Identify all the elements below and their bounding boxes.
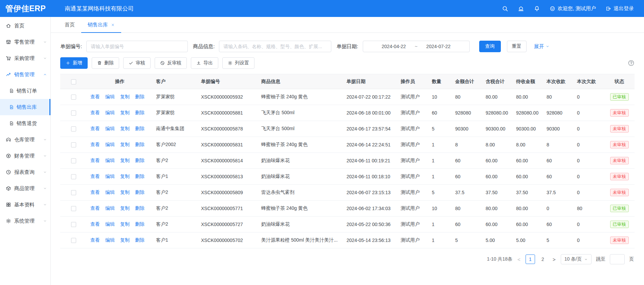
- row-action-edit[interactable]: 编辑: [105, 126, 115, 131]
- audit-button[interactable]: 审核: [123, 57, 151, 69]
- notification-icon[interactable]: [534, 5, 540, 12]
- row-action-copy[interactable]: 复制: [120, 94, 130, 99]
- row-action-edit[interactable]: 编辑: [105, 94, 115, 99]
- row-action-copy[interactable]: 复制: [120, 237, 130, 243]
- column-header[interactable]: 单据日期: [343, 74, 397, 89]
- row-action-view[interactable]: 查看: [90, 94, 100, 99]
- row-action-delete[interactable]: 删除: [135, 221, 145, 227]
- product-info-input[interactable]: [219, 41, 331, 52]
- column-header[interactable]: 含税合计: [482, 74, 513, 89]
- row-action-view[interactable]: 查看: [90, 205, 100, 211]
- select-all-checkbox[interactable]: [71, 79, 76, 84]
- row-action-copy[interactable]: 复制: [120, 174, 130, 179]
- column-header[interactable]: 数量: [428, 74, 452, 89]
- row-action-edit[interactable]: 编辑: [105, 221, 115, 227]
- sidebar-item-sales[interactable]: 销售管理: [0, 66, 50, 83]
- tab-sales-outbound[interactable]: 销售出库: [81, 17, 121, 33]
- row-checkbox[interactable]: [71, 222, 76, 227]
- sidebar-item-home[interactable]: 首页: [0, 18, 50, 34]
- row-checkbox[interactable]: [71, 126, 76, 131]
- row-action-view[interactable]: 查看: [90, 126, 100, 131]
- home-icon[interactable]: [518, 5, 524, 12]
- row-action-view[interactable]: 查看: [90, 142, 100, 147]
- column-header[interactable]: 操作员: [397, 74, 428, 89]
- search-button[interactable]: 查询: [479, 41, 501, 52]
- row-action-delete[interactable]: 删除: [135, 237, 145, 243]
- column-settings-button[interactable]: 列设置: [222, 57, 254, 69]
- reset-button[interactable]: 重置: [507, 41, 527, 52]
- date-range-picker[interactable]: 2024-04-22 ~ 2024-07-22: [363, 41, 470, 52]
- column-header[interactable]: 待收金额: [513, 74, 543, 89]
- row-checkbox[interactable]: [71, 206, 76, 211]
- row-action-view[interactable]: 查看: [90, 221, 100, 227]
- row-checkbox[interactable]: [71, 174, 76, 179]
- row-action-copy[interactable]: 复制: [120, 110, 130, 115]
- row-action-edit[interactable]: 编辑: [105, 189, 115, 195]
- row-action-edit[interactable]: 编辑: [105, 158, 115, 163]
- row-action-copy[interactable]: 复制: [120, 189, 130, 195]
- row-action-delete[interactable]: 删除: [135, 205, 145, 211]
- row-action-delete[interactable]: 删除: [135, 142, 145, 147]
- jump-page-input[interactable]: [610, 254, 625, 264]
- page-size-select[interactable]: 10 条/页: [561, 254, 592, 264]
- row-checkbox[interactable]: [71, 142, 76, 147]
- row-action-delete[interactable]: 删除: [135, 110, 145, 115]
- row-action-edit[interactable]: 编辑: [105, 237, 115, 243]
- help-icon[interactable]: [628, 60, 635, 66]
- prev-page-button[interactable]: <: [517, 257, 521, 262]
- date-end-value[interactable]: 2024-07-22: [426, 44, 451, 49]
- column-header[interactable]: 金额合计: [452, 74, 482, 89]
- welcome-user[interactable]: 欢迎您, 测试用户: [550, 5, 596, 12]
- row-action-view[interactable]: 查看: [90, 237, 100, 243]
- row-action-delete[interactable]: 删除: [135, 189, 145, 195]
- app-logo[interactable]: 管伊佳ERP: [0, 3, 46, 14]
- row-action-copy[interactable]: 复制: [120, 126, 130, 131]
- row-action-delete[interactable]: 删除: [135, 174, 145, 179]
- sidebar-item-finance[interactable]: 财务管理: [0, 148, 50, 164]
- row-action-view[interactable]: 查看: [90, 158, 100, 163]
- row-action-edit[interactable]: 编辑: [105, 110, 115, 115]
- sidebar-item-retail[interactable]: 零售管理: [0, 34, 50, 50]
- row-action-copy[interactable]: 复制: [120, 221, 130, 227]
- sidebar-item-sales-return[interactable]: 销售退货: [0, 115, 50, 131]
- row-action-copy[interactable]: 复制: [120, 205, 130, 211]
- bill-no-input[interactable]: [86, 41, 188, 52]
- sidebar-item-warehouse[interactable]: 仓库管理: [0, 131, 50, 148]
- delete-button[interactable]: 删除: [92, 57, 119, 69]
- sidebar-item-sales-outbound[interactable]: 销售出库: [0, 99, 50, 115]
- sidebar-item-system[interactable]: 系统管理: [0, 213, 50, 229]
- column-header[interactable]: 状态: [604, 74, 635, 89]
- column-header[interactable]: 本次欠款: [574, 74, 604, 89]
- sidebar-item-report[interactable]: 报表查询: [0, 164, 50, 180]
- sidebar-item-basic[interactable]: 基本资料: [0, 197, 50, 213]
- add-button[interactable]: 新增: [60, 57, 88, 69]
- page-button-2[interactable]: 2: [538, 255, 548, 264]
- row-action-delete[interactable]: 删除: [135, 126, 145, 131]
- export-button[interactable]: 导出: [191, 57, 218, 69]
- date-start-value[interactable]: 2024-04-22: [382, 44, 406, 49]
- row-action-edit[interactable]: 编辑: [105, 142, 115, 147]
- row-action-view[interactable]: 查看: [90, 189, 100, 195]
- row-checkbox[interactable]: [71, 158, 76, 163]
- row-action-view[interactable]: 查看: [90, 174, 100, 179]
- row-checkbox[interactable]: [71, 190, 76, 195]
- column-header[interactable]: 单据编号: [198, 74, 258, 89]
- column-header[interactable]: 操作: [87, 74, 153, 89]
- logout-button[interactable]: 退出登录: [605, 5, 634, 12]
- row-action-edit[interactable]: 编辑: [105, 205, 115, 211]
- tab-home[interactable]: 首页: [58, 17, 81, 33]
- row-action-delete[interactable]: 删除: [135, 158, 145, 163]
- row-action-delete[interactable]: 删除: [135, 94, 145, 99]
- sidebar-item-sales-order[interactable]: 销售订单: [0, 83, 50, 99]
- search-icon[interactable]: [502, 5, 508, 12]
- sidebar-item-goods[interactable]: 商品管理: [0, 180, 50, 197]
- next-page-button[interactable]: >: [552, 257, 556, 262]
- sidebar-item-purchase[interactable]: 采购管理: [0, 50, 50, 66]
- row-checkbox[interactable]: [71, 110, 76, 116]
- column-header[interactable]: 商品信息: [258, 74, 343, 89]
- row-action-view[interactable]: 查看: [90, 110, 100, 115]
- row-action-copy[interactable]: 复制: [120, 158, 130, 163]
- column-header[interactable]: 客户: [153, 74, 198, 89]
- column-header[interactable]: 本次收款: [543, 74, 574, 89]
- row-checkbox[interactable]: [71, 95, 76, 100]
